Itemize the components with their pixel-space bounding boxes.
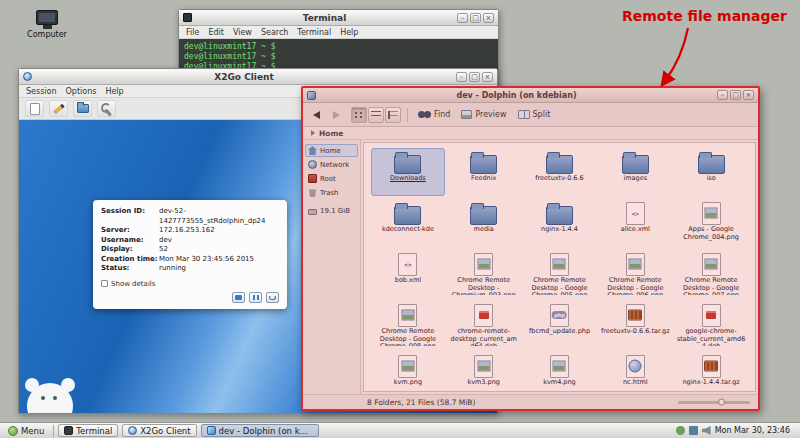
settings-button[interactable]: [97, 100, 116, 117]
file-view[interactable]: Downloads Feednix freetuxtv-0.6.6: [363, 142, 756, 392]
breadcrumb-home[interactable]: Home: [319, 129, 343, 138]
close-icon[interactable]: [743, 90, 754, 100]
file-item[interactable]: freetuxtv-0.6.6.tar.gz: [598, 301, 672, 349]
resume-session-button[interactable]: [232, 292, 245, 303]
menu-item[interactable]: Terminal: [297, 28, 331, 37]
file-item[interactable]: media: [447, 199, 521, 247]
minimize-icon[interactable]: [717, 90, 728, 100]
places-item[interactable]: Home: [305, 144, 358, 157]
file-item[interactable]: kdeconnect-kde: [371, 199, 445, 247]
file-icon: [622, 253, 649, 275]
session-field-label: Creation time:: [101, 255, 159, 265]
forward-button[interactable]: [328, 106, 345, 123]
maximize-icon[interactable]: [469, 72, 480, 82]
menu-item[interactable]: Edit: [208, 28, 224, 37]
network-tray-icon[interactable]: [689, 426, 698, 435]
taskbar-window-button[interactable]: Terminal: [58, 424, 118, 437]
taskbar-clock[interactable]: Mon Mar 30, 23:46: [715, 426, 793, 435]
file-name: bob.xml: [395, 277, 421, 285]
breadcrumb[interactable]: Home: [303, 127, 758, 140]
new-session-button[interactable]: [25, 100, 44, 117]
file-item[interactable]: Downloads: [371, 148, 445, 196]
file-item[interactable]: Feednix: [447, 148, 521, 196]
edit-session-button[interactable]: [49, 100, 68, 117]
terminal-prompt-line: dev@linuxmint17 ~ $: [184, 42, 493, 52]
menu-item[interactable]: File: [186, 28, 199, 37]
dolphin-body: Home Network Root Trash: [303, 140, 758, 394]
minimize-icon[interactable]: [457, 13, 468, 23]
file-name: nc.html: [623, 379, 648, 387]
dolphin-app-icon: [307, 91, 316, 100]
zoom-slider-handle[interactable]: [718, 399, 725, 406]
file-item[interactable]: Apps - Google Chrome_004.png: [674, 199, 748, 247]
file-item[interactable]: Chrome Remote Desktop - Google Chrome_00…: [523, 250, 597, 298]
zoom-slider[interactable]: [678, 395, 750, 409]
file-item[interactable]: kvm3.png: [447, 352, 521, 392]
terminal-titlebar[interactable]: Terminal: [179, 10, 498, 26]
zoom-slider-track: [678, 401, 750, 404]
taskbar-window-button[interactable]: X2Go Client: [122, 424, 196, 437]
close-icon[interactable]: [483, 13, 494, 23]
file-item[interactable]: kvm.png: [371, 352, 445, 392]
menu-item[interactable]: Session: [26, 87, 57, 96]
file-item[interactable]: iso: [674, 148, 748, 196]
menu-button[interactable]: Menu: [3, 424, 49, 438]
session-field-label: Session ID:: [101, 207, 159, 226]
file-item[interactable]: Chrome Remote Desktop - Google Chrome_00…: [674, 250, 748, 298]
computer-desktop-icon[interactable]: Computer: [16, 10, 78, 39]
details-view-button[interactable]: [385, 107, 401, 123]
close-icon[interactable]: [482, 72, 493, 82]
terminal-window-controls: [457, 13, 494, 23]
file-item[interactable]: images: [598, 148, 672, 196]
places-item[interactable]: 19.1 GiB: [305, 205, 358, 217]
file-item[interactable]: alice.xml: [598, 199, 672, 247]
taskbar-window-button[interactable]: dev - Dolphin (on kde...: [201, 424, 319, 437]
forward-icon: [333, 111, 340, 119]
file-item[interactable]: nginx-1.4.4.tar.gz: [674, 352, 748, 392]
session-field-value: dev-52-1427773555_stRdolphin_dp24: [159, 207, 279, 226]
file-item[interactable]: bob.xml: [371, 250, 445, 298]
file-item[interactable]: Chrome Remote Desktop - Chromium_003.png: [447, 250, 521, 298]
file-item[interactable]: nc.html: [598, 352, 672, 392]
split-button[interactable]: Split: [514, 106, 555, 124]
suspend-session-button[interactable]: [249, 292, 262, 303]
preview-icon: [461, 110, 472, 119]
menu-item[interactable]: Help: [340, 28, 358, 37]
file-item[interactable]: chrome-remote-desktop_current_amd64.deb: [447, 301, 521, 349]
file-icon: [470, 202, 497, 224]
dolphin-titlebar[interactable]: dev - Dolphin (on kdebian): [303, 88, 758, 103]
session-field-value: dev: [159, 236, 279, 246]
file-item[interactable]: fbcmd_update.php: [523, 301, 597, 349]
file-item[interactable]: kvm4.png: [523, 352, 597, 392]
icons-view-button[interactable]: [351, 107, 367, 123]
menu-item[interactable]: Search: [261, 28, 288, 37]
session-folder-button[interactable]: [73, 100, 92, 117]
show-details-checkbox[interactable]: Show details: [101, 280, 279, 288]
file-item[interactable]: google-chrome-stable_current_amd64.deb: [674, 301, 748, 349]
split-label: Split: [533, 110, 551, 119]
menu-item[interactable]: Help: [105, 87, 123, 96]
file-item[interactable]: Chrome Remote Desktop - Google Chrome_00…: [371, 301, 445, 349]
file-item[interactable]: Chrome Remote Desktop - Google Chrome_00…: [598, 250, 672, 298]
back-button[interactable]: [308, 106, 325, 123]
menu-item[interactable]: Options: [66, 87, 97, 96]
compact-view-button[interactable]: [368, 107, 384, 123]
minimize-icon[interactable]: [456, 72, 467, 82]
place-label: Root: [320, 175, 336, 183]
update-tray-icon[interactable]: [676, 426, 685, 435]
terminate-session-button[interactable]: [266, 292, 279, 303]
maximize-icon[interactable]: [470, 13, 481, 23]
places-item[interactable]: Trash: [305, 186, 358, 199]
file-name: kdeconnect-kde: [382, 226, 434, 234]
volume-tray-icon[interactable]: [702, 426, 711, 435]
find-button[interactable]: Find: [414, 106, 454, 124]
maximize-icon[interactable]: [730, 90, 741, 100]
places-item[interactable]: Network: [305, 158, 358, 171]
preview-button[interactable]: Preview: [457, 106, 510, 124]
file-item[interactable]: nginx-1.4.4: [523, 199, 597, 247]
file-item[interactable]: freetuxtv-0.6.6: [523, 148, 597, 196]
menu-item[interactable]: View: [233, 28, 252, 37]
places-item[interactable]: Root: [305, 172, 358, 185]
x2go-titlebar[interactable]: X2Go Client: [19, 69, 497, 85]
computer-icon: [36, 10, 58, 25]
